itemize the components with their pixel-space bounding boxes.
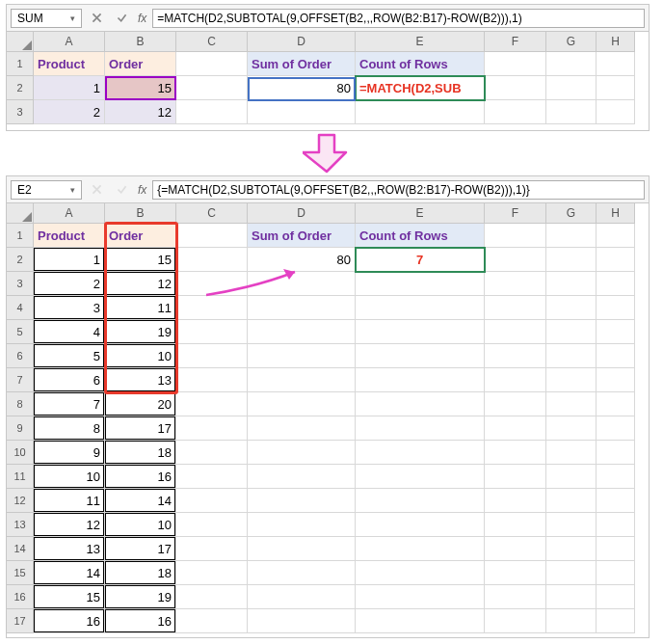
cell-B7[interactable]: 13 bbox=[105, 368, 176, 392]
cell[interactable] bbox=[546, 320, 597, 344]
cell-B13[interactable]: 10 bbox=[105, 513, 176, 537]
cell[interactable] bbox=[597, 416, 635, 441]
cell-B14[interactable]: 17 bbox=[105, 537, 176, 561]
cell[interactable] bbox=[485, 489, 546, 513]
cell-A8[interactable]: 7 bbox=[34, 392, 105, 416]
cell-B1[interactable]: Order bbox=[105, 224, 176, 248]
cell-E2[interactable]: 7 bbox=[356, 248, 485, 272]
cell[interactable] bbox=[356, 368, 485, 392]
cell[interactable] bbox=[356, 296, 485, 320]
cell[interactable] bbox=[485, 76, 546, 100]
cell[interactable] bbox=[546, 296, 597, 320]
cell[interactable] bbox=[485, 561, 546, 585]
cell[interactable] bbox=[597, 224, 635, 248]
cell-A5[interactable]: 4 bbox=[34, 320, 105, 344]
row-header[interactable]: 15 bbox=[7, 561, 34, 585]
cell[interactable] bbox=[176, 76, 248, 100]
cell-B6[interactable]: 10 bbox=[105, 344, 176, 368]
cell[interactable] bbox=[356, 344, 485, 368]
cell[interactable] bbox=[176, 489, 248, 513]
cell[interactable] bbox=[485, 585, 546, 609]
name-box[interactable]: E2 ▾ bbox=[11, 180, 82, 200]
top-grid[interactable]: 1 2 3 A B C D E F G H Product Order Sum … bbox=[7, 32, 649, 124]
cell[interactable] bbox=[546, 489, 597, 513]
cell[interactable] bbox=[597, 609, 635, 633]
cell[interactable] bbox=[248, 489, 356, 513]
cell-E1[interactable]: Count of Rows bbox=[356, 52, 485, 76]
row-header[interactable]: 13 bbox=[7, 513, 34, 537]
row-header[interactable]: 2 bbox=[7, 248, 34, 272]
cell[interactable] bbox=[597, 537, 635, 561]
cell[interactable] bbox=[356, 609, 485, 633]
cell[interactable] bbox=[597, 441, 635, 465]
cell[interactable] bbox=[248, 344, 356, 368]
cell-B8[interactable]: 20 bbox=[105, 392, 176, 416]
cell-A14[interactable]: 13 bbox=[34, 537, 105, 561]
cell-A16[interactable]: 15 bbox=[34, 585, 105, 609]
cell[interactable] bbox=[546, 76, 597, 100]
cell[interactable] bbox=[176, 344, 248, 368]
cell-D2[interactable]: 80 bbox=[248, 76, 356, 100]
cell[interactable] bbox=[356, 537, 485, 561]
cell[interactable] bbox=[546, 441, 597, 465]
cell[interactable] bbox=[176, 224, 248, 248]
cell[interactable] bbox=[546, 513, 597, 537]
cell-A3[interactable]: 2 bbox=[34, 100, 105, 124]
cell-A6[interactable]: 5 bbox=[34, 344, 105, 368]
cell-B10[interactable]: 18 bbox=[105, 441, 176, 465]
cell[interactable] bbox=[248, 561, 356, 585]
cell[interactable] bbox=[485, 513, 546, 537]
cell-B16[interactable]: 19 bbox=[105, 585, 176, 609]
cell-B2[interactable]: 15 bbox=[105, 248, 176, 272]
bottom-grid[interactable]: 1234567891011121314151617 A B C D E F G … bbox=[7, 203, 649, 633]
cell-A1[interactable]: Product bbox=[34, 224, 105, 248]
row-header[interactable]: 5 bbox=[7, 320, 34, 344]
cell[interactable] bbox=[248, 609, 356, 633]
cell[interactable] bbox=[356, 465, 485, 489]
cell[interactable] bbox=[356, 416, 485, 441]
name-box[interactable]: SUM ▾ bbox=[11, 9, 82, 28]
cell-A7[interactable]: 6 bbox=[34, 368, 105, 392]
cell-A4[interactable]: 3 bbox=[34, 296, 105, 320]
cell-A10[interactable]: 9 bbox=[34, 441, 105, 465]
cell[interactable] bbox=[356, 561, 485, 585]
cell-B3[interactable]: 12 bbox=[105, 100, 176, 124]
cell[interactable] bbox=[176, 441, 248, 465]
cell[interactable] bbox=[546, 585, 597, 609]
row-header[interactable]: 6 bbox=[7, 344, 34, 368]
cell-D1[interactable]: Sum of Order bbox=[248, 52, 356, 76]
row-header[interactable]: 1 bbox=[7, 224, 34, 248]
cell[interactable] bbox=[176, 100, 248, 124]
cell[interactable] bbox=[485, 465, 546, 489]
cell[interactable] bbox=[597, 296, 635, 320]
row-header[interactable]: 17 bbox=[7, 609, 34, 633]
cell-B11[interactable]: 16 bbox=[105, 465, 176, 489]
cell[interactable] bbox=[176, 52, 248, 76]
row-header[interactable]: 14 bbox=[7, 537, 34, 561]
cell-A15[interactable]: 14 bbox=[34, 561, 105, 585]
cell[interactable] bbox=[176, 513, 248, 537]
cell[interactable] bbox=[546, 392, 597, 416]
cell[interactable] bbox=[176, 585, 248, 609]
cell-D1[interactable]: Sum of Order bbox=[248, 224, 356, 248]
row-header[interactable]: 11 bbox=[7, 465, 34, 489]
cell[interactable] bbox=[597, 513, 635, 537]
cell[interactable] bbox=[248, 100, 356, 124]
cell[interactable] bbox=[356, 513, 485, 537]
row-header[interactable]: 4 bbox=[7, 296, 34, 320]
cell[interactable] bbox=[485, 537, 546, 561]
cell-A9[interactable]: 8 bbox=[34, 416, 105, 441]
cell-E2[interactable]: =MATCH(D2,SUB bbox=[356, 76, 485, 100]
cell[interactable] bbox=[248, 537, 356, 561]
cell[interactable] bbox=[176, 537, 248, 561]
cell-B3[interactable]: 12 bbox=[105, 272, 176, 296]
cell[interactable] bbox=[485, 320, 546, 344]
cell[interactable] bbox=[597, 248, 635, 272]
cell[interactable] bbox=[546, 368, 597, 392]
cell-A2[interactable]: 1 bbox=[34, 248, 105, 272]
cell[interactable] bbox=[485, 272, 546, 296]
cell[interactable] bbox=[356, 441, 485, 465]
cell-A12[interactable]: 11 bbox=[34, 489, 105, 513]
cell[interactable] bbox=[546, 537, 597, 561]
cell[interactable] bbox=[356, 585, 485, 609]
